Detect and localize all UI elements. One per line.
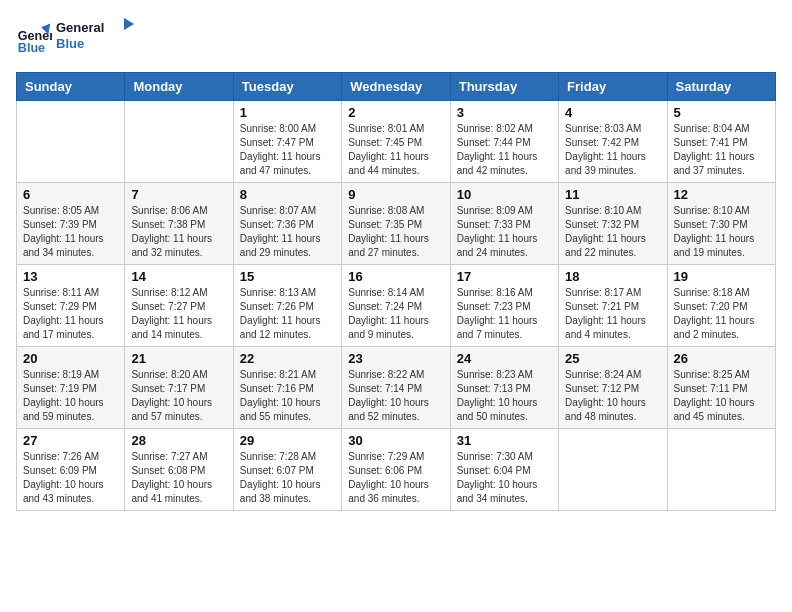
weekday-header-row: SundayMondayTuesdayWednesdayThursdayFrid… — [17, 73, 776, 101]
calendar-cell: 22Sunrise: 8:21 AM Sunset: 7:16 PM Dayli… — [233, 347, 341, 429]
calendar-cell: 10Sunrise: 8:09 AM Sunset: 7:33 PM Dayli… — [450, 183, 558, 265]
calendar-cell — [559, 429, 667, 511]
calendar-cell: 27Sunrise: 7:26 AM Sunset: 6:09 PM Dayli… — [17, 429, 125, 511]
calendar-table: SundayMondayTuesdayWednesdayThursdayFrid… — [16, 72, 776, 511]
weekday-header-saturday: Saturday — [667, 73, 775, 101]
day-number: 12 — [674, 187, 769, 202]
day-info: Sunrise: 7:28 AM Sunset: 6:07 PM Dayligh… — [240, 450, 335, 506]
day-info: Sunrise: 8:16 AM Sunset: 7:23 PM Dayligh… — [457, 286, 552, 342]
calendar-cell: 19Sunrise: 8:18 AM Sunset: 7:20 PM Dayli… — [667, 265, 775, 347]
day-number: 17 — [457, 269, 552, 284]
logo-icon: General Blue — [16, 20, 52, 56]
day-info: Sunrise: 8:22 AM Sunset: 7:14 PM Dayligh… — [348, 368, 443, 424]
calendar-cell: 18Sunrise: 8:17 AM Sunset: 7:21 PM Dayli… — [559, 265, 667, 347]
svg-text:Blue: Blue — [56, 36, 84, 51]
day-number: 24 — [457, 351, 552, 366]
day-info: Sunrise: 8:21 AM Sunset: 7:16 PM Dayligh… — [240, 368, 335, 424]
calendar-cell — [667, 429, 775, 511]
calendar-cell: 23Sunrise: 8:22 AM Sunset: 7:14 PM Dayli… — [342, 347, 450, 429]
day-info: Sunrise: 8:18 AM Sunset: 7:20 PM Dayligh… — [674, 286, 769, 342]
calendar-week-4: 20Sunrise: 8:19 AM Sunset: 7:19 PM Dayli… — [17, 347, 776, 429]
calendar-cell: 26Sunrise: 8:25 AM Sunset: 7:11 PM Dayli… — [667, 347, 775, 429]
day-number: 13 — [23, 269, 118, 284]
calendar-cell: 24Sunrise: 8:23 AM Sunset: 7:13 PM Dayli… — [450, 347, 558, 429]
day-info: Sunrise: 8:04 AM Sunset: 7:41 PM Dayligh… — [674, 122, 769, 178]
day-info: Sunrise: 8:01 AM Sunset: 7:45 PM Dayligh… — [348, 122, 443, 178]
day-info: Sunrise: 8:08 AM Sunset: 7:35 PM Dayligh… — [348, 204, 443, 260]
day-number: 3 — [457, 105, 552, 120]
calendar-cell: 25Sunrise: 8:24 AM Sunset: 7:12 PM Dayli… — [559, 347, 667, 429]
day-number: 29 — [240, 433, 335, 448]
day-info: Sunrise: 8:02 AM Sunset: 7:44 PM Dayligh… — [457, 122, 552, 178]
calendar-cell — [125, 101, 233, 183]
day-number: 30 — [348, 433, 443, 448]
logo-svg: General Blue — [56, 16, 136, 56]
day-number: 16 — [348, 269, 443, 284]
calendar-week-3: 13Sunrise: 8:11 AM Sunset: 7:29 PM Dayli… — [17, 265, 776, 347]
day-number: 11 — [565, 187, 660, 202]
day-info: Sunrise: 8:07 AM Sunset: 7:36 PM Dayligh… — [240, 204, 335, 260]
calendar-cell: 15Sunrise: 8:13 AM Sunset: 7:26 PM Dayli… — [233, 265, 341, 347]
svg-marker-5 — [124, 18, 134, 30]
day-info: Sunrise: 8:10 AM Sunset: 7:30 PM Dayligh… — [674, 204, 769, 260]
day-number: 23 — [348, 351, 443, 366]
svg-text:General: General — [56, 20, 104, 35]
calendar-cell: 2Sunrise: 8:01 AM Sunset: 7:45 PM Daylig… — [342, 101, 450, 183]
day-number: 19 — [674, 269, 769, 284]
day-number: 1 — [240, 105, 335, 120]
day-number: 15 — [240, 269, 335, 284]
calendar-week-2: 6Sunrise: 8:05 AM Sunset: 7:39 PM Daylig… — [17, 183, 776, 265]
day-number: 9 — [348, 187, 443, 202]
calendar-cell: 20Sunrise: 8:19 AM Sunset: 7:19 PM Dayli… — [17, 347, 125, 429]
day-info: Sunrise: 8:14 AM Sunset: 7:24 PM Dayligh… — [348, 286, 443, 342]
calendar-cell: 30Sunrise: 7:29 AM Sunset: 6:06 PM Dayli… — [342, 429, 450, 511]
day-info: Sunrise: 8:12 AM Sunset: 7:27 PM Dayligh… — [131, 286, 226, 342]
day-number: 10 — [457, 187, 552, 202]
day-info: Sunrise: 8:03 AM Sunset: 7:42 PM Dayligh… — [565, 122, 660, 178]
calendar-cell: 5Sunrise: 8:04 AM Sunset: 7:41 PM Daylig… — [667, 101, 775, 183]
day-number: 22 — [240, 351, 335, 366]
day-number: 2 — [348, 105, 443, 120]
day-info: Sunrise: 8:11 AM Sunset: 7:29 PM Dayligh… — [23, 286, 118, 342]
day-info: Sunrise: 8:00 AM Sunset: 7:47 PM Dayligh… — [240, 122, 335, 178]
day-number: 31 — [457, 433, 552, 448]
day-number: 21 — [131, 351, 226, 366]
calendar-cell: 31Sunrise: 7:30 AM Sunset: 6:04 PM Dayli… — [450, 429, 558, 511]
day-number: 20 — [23, 351, 118, 366]
calendar-cell: 17Sunrise: 8:16 AM Sunset: 7:23 PM Dayli… — [450, 265, 558, 347]
calendar-week-5: 27Sunrise: 7:26 AM Sunset: 6:09 PM Dayli… — [17, 429, 776, 511]
day-info: Sunrise: 8:24 AM Sunset: 7:12 PM Dayligh… — [565, 368, 660, 424]
day-number: 6 — [23, 187, 118, 202]
calendar-cell: 13Sunrise: 8:11 AM Sunset: 7:29 PM Dayli… — [17, 265, 125, 347]
calendar-cell: 9Sunrise: 8:08 AM Sunset: 7:35 PM Daylig… — [342, 183, 450, 265]
calendar-cell: 4Sunrise: 8:03 AM Sunset: 7:42 PM Daylig… — [559, 101, 667, 183]
calendar-cell — [17, 101, 125, 183]
day-number: 28 — [131, 433, 226, 448]
calendar-cell: 8Sunrise: 8:07 AM Sunset: 7:36 PM Daylig… — [233, 183, 341, 265]
day-number: 5 — [674, 105, 769, 120]
day-info: Sunrise: 7:29 AM Sunset: 6:06 PM Dayligh… — [348, 450, 443, 506]
day-info: Sunrise: 8:10 AM Sunset: 7:32 PM Dayligh… — [565, 204, 660, 260]
day-info: Sunrise: 8:20 AM Sunset: 7:17 PM Dayligh… — [131, 368, 226, 424]
calendar-week-1: 1Sunrise: 8:00 AM Sunset: 7:47 PM Daylig… — [17, 101, 776, 183]
day-number: 7 — [131, 187, 226, 202]
day-info: Sunrise: 8:17 AM Sunset: 7:21 PM Dayligh… — [565, 286, 660, 342]
calendar-cell: 29Sunrise: 7:28 AM Sunset: 6:07 PM Dayli… — [233, 429, 341, 511]
calendar-cell: 28Sunrise: 7:27 AM Sunset: 6:08 PM Dayli… — [125, 429, 233, 511]
day-number: 26 — [674, 351, 769, 366]
weekday-header-tuesday: Tuesday — [233, 73, 341, 101]
day-number: 14 — [131, 269, 226, 284]
calendar-cell: 12Sunrise: 8:10 AM Sunset: 7:30 PM Dayli… — [667, 183, 775, 265]
day-info: Sunrise: 8:23 AM Sunset: 7:13 PM Dayligh… — [457, 368, 552, 424]
weekday-header-monday: Monday — [125, 73, 233, 101]
day-info: Sunrise: 8:05 AM Sunset: 7:39 PM Dayligh… — [23, 204, 118, 260]
weekday-header-thursday: Thursday — [450, 73, 558, 101]
day-number: 25 — [565, 351, 660, 366]
weekday-header-friday: Friday — [559, 73, 667, 101]
calendar-cell: 7Sunrise: 8:06 AM Sunset: 7:38 PM Daylig… — [125, 183, 233, 265]
weekday-header-wednesday: Wednesday — [342, 73, 450, 101]
logo: General Blue General Blue — [16, 16, 136, 60]
calendar-cell: 1Sunrise: 8:00 AM Sunset: 7:47 PM Daylig… — [233, 101, 341, 183]
calendar-cell: 21Sunrise: 8:20 AM Sunset: 7:17 PM Dayli… — [125, 347, 233, 429]
calendar-cell: 6Sunrise: 8:05 AM Sunset: 7:39 PM Daylig… — [17, 183, 125, 265]
